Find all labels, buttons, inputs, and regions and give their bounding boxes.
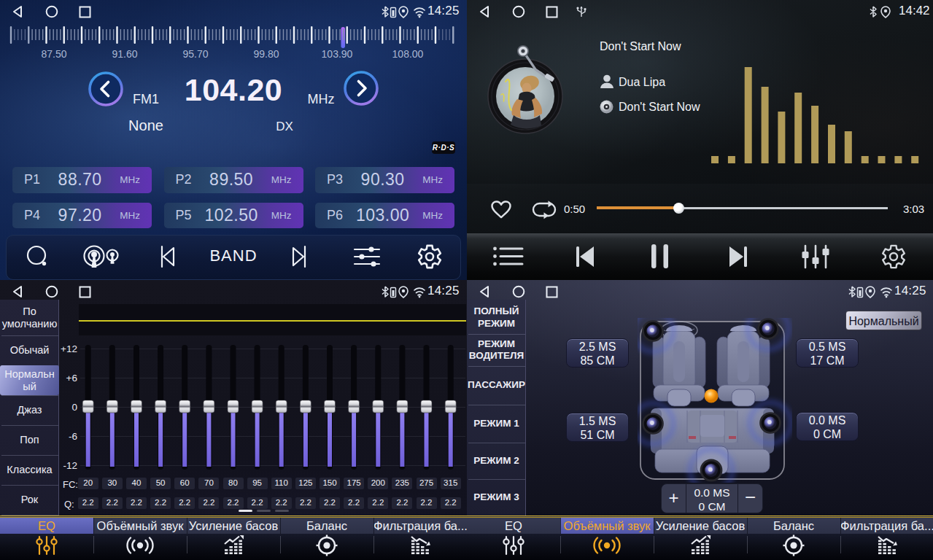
svg-text:87.50: 87.50 bbox=[41, 48, 66, 60]
svg-text:-6: -6 bbox=[69, 431, 77, 442]
svg-text:103.90: 103.90 bbox=[322, 48, 353, 60]
svg-text:91.60: 91.60 bbox=[112, 48, 137, 60]
svg-text:+12: +12 bbox=[61, 343, 77, 354]
svg-text:95.70: 95.70 bbox=[182, 48, 208, 60]
svg-text:99.80: 99.80 bbox=[253, 48, 279, 60]
svg-text:-12: -12 bbox=[63, 460, 77, 471]
svg-text:+6: +6 bbox=[66, 373, 77, 384]
svg-text:108.00: 108.00 bbox=[392, 48, 424, 60]
svg-text:0: 0 bbox=[71, 402, 77, 413]
